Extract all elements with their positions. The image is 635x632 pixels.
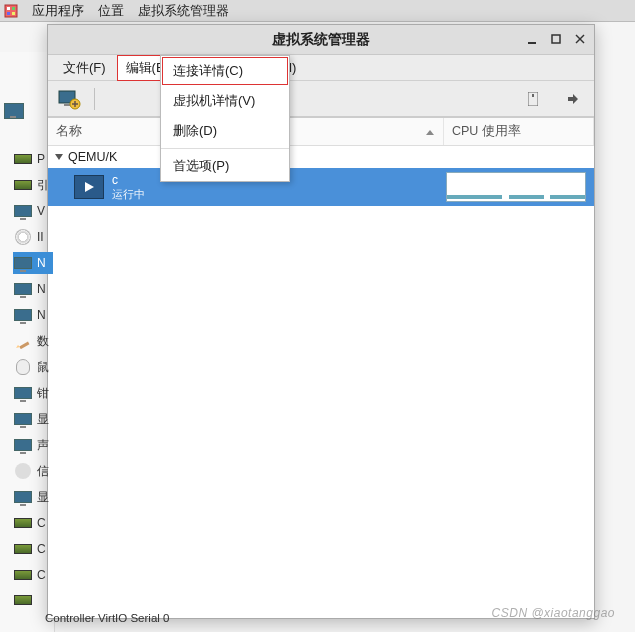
list-item[interactable]: 信 — [13, 460, 53, 482]
sidebar-item-label: 钳 — [37, 385, 49, 402]
window-title: 虚拟系统管理器 — [272, 31, 370, 49]
disc-icon — [13, 462, 33, 480]
list-item[interactable]: 引 — [13, 174, 53, 196]
maximize-button[interactable] — [548, 31, 564, 47]
sidebar-item-label: N — [37, 256, 46, 270]
svg-rect-20 — [19, 342, 29, 349]
sidebar-item-label: P — [37, 152, 45, 166]
system-app-icon — [4, 4, 18, 18]
svg-marker-21 — [16, 345, 20, 348]
list-item[interactable]: II — [13, 226, 53, 248]
vm-name: c — [112, 173, 145, 187]
svg-marker-18 — [55, 154, 63, 160]
sidebar-item-label: 信 — [37, 463, 49, 480]
vm-details-item[interactable]: 虚拟机详情(V) — [161, 86, 289, 116]
list-item[interactable]: N — [13, 278, 53, 300]
menubar: 文件(F) 编辑(E) 查看(V) 帮助(H) — [48, 55, 594, 81]
list-item[interactable]: N — [13, 252, 53, 274]
toolbar-separator — [94, 88, 95, 110]
delete-item[interactable]: 删除(D) — [161, 116, 289, 146]
vm-state: 运行中 — [112, 188, 145, 201]
column-headers: 名称 CPU 使用率 — [48, 118, 594, 146]
sidebar-item-label: 数 — [37, 333, 49, 350]
vm-row[interactable]: c 运行中 — [48, 168, 594, 206]
svg-rect-6 — [552, 35, 560, 43]
list-item[interactable]: V — [13, 200, 53, 222]
name-column-label: 名称 — [56, 123, 82, 140]
chip-icon — [13, 150, 33, 168]
list-item[interactable]: C — [13, 512, 53, 534]
sidebar-item-label: V — [37, 204, 45, 218]
svg-marker-17 — [426, 130, 434, 135]
close-button[interactable] — [572, 31, 588, 47]
sort-indicator-icon — [425, 127, 435, 137]
svg-marker-16 — [568, 94, 578, 104]
connection-label: QEMU/K — [68, 150, 117, 164]
watermark: CSDN @xiaotanggao — [492, 606, 615, 620]
dropdown-separator — [161, 148, 289, 149]
connection-row[interactable]: QEMU/K — [48, 146, 594, 168]
preferences-item[interactable]: 首选项(P) — [161, 151, 289, 181]
file-menu[interactable]: 文件(F) — [54, 55, 115, 81]
collapse-icon[interactable] — [54, 152, 64, 162]
monitor-icon — [4, 102, 24, 120]
pencil-icon — [13, 332, 33, 350]
cpu-usage-sparkline — [446, 172, 586, 202]
sidebar-item-label: N — [37, 308, 46, 322]
run-button[interactable] — [518, 85, 548, 113]
list-item[interactable] — [13, 590, 53, 610]
list-item[interactable]: P — [13, 148, 53, 170]
monitor-icon — [13, 488, 33, 506]
desktop-menubar: 应用程序 位置 虚拟系统管理器 — [0, 0, 635, 22]
list-item[interactable]: C — [13, 564, 53, 586]
controller-serial-label: Controller VirtIO Serial 0 — [45, 612, 169, 624]
edit-dropdown: 连接详情(C) 虚拟机详情(V) 删除(D) 首选项(P) — [160, 55, 290, 182]
list-item[interactable]: 显 — [13, 408, 53, 430]
monitor-icon — [13, 436, 33, 454]
list-item[interactable]: C — [13, 538, 53, 560]
new-vm-button[interactable] — [54, 85, 84, 113]
monitor-icon — [13, 254, 33, 272]
sidebar-item-label: 显 — [37, 489, 49, 506]
list-item[interactable]: 鼠 — [13, 356, 53, 378]
sidebar-item-label: 鼠 — [37, 359, 49, 376]
cpu-column-header[interactable]: CPU 使用率 — [444, 118, 594, 145]
svg-rect-10 — [64, 104, 70, 106]
pause-button[interactable] — [558, 85, 588, 113]
titlebar: 虚拟系统管理器 — [48, 25, 594, 55]
monitor-icon — [13, 410, 33, 428]
list-item[interactable]: 显 — [13, 486, 53, 508]
virt-manager-window: 虚拟系统管理器 文件(F) 编辑(E) 查看(V) 帮助(H) 名称 — [47, 24, 595, 619]
disc-icon — [13, 228, 33, 246]
places-menu[interactable]: 位置 — [98, 2, 124, 20]
applications-menu[interactable]: 应用程序 — [32, 2, 84, 20]
chip-icon — [13, 514, 33, 532]
cpu-column-label: CPU 使用率 — [452, 123, 521, 140]
list-item[interactable]: N — [13, 304, 53, 326]
chip-icon — [13, 566, 33, 584]
toolbar — [48, 81, 594, 117]
vmm-menu[interactable]: 虚拟系统管理器 — [138, 2, 229, 20]
svg-rect-3 — [7, 12, 10, 15]
sidebar-item-label: C — [37, 516, 46, 530]
list-item[interactable]: 声 — [13, 434, 53, 456]
sidebar-item-label: II — [37, 230, 44, 244]
connection-details-item[interactable]: 连接详情(C) — [161, 56, 289, 86]
chip-icon — [13, 176, 33, 194]
monitor-icon — [13, 384, 33, 402]
svg-rect-2 — [12, 7, 15, 10]
svg-rect-1 — [7, 7, 10, 10]
sidebar-item-label: 声 — [37, 437, 49, 454]
sidebar-item-label: N — [37, 282, 46, 296]
svg-rect-15 — [532, 94, 534, 97]
monitor-icon — [13, 280, 33, 298]
list-item[interactable]: 钳 — [13, 382, 53, 404]
list-item[interactable]: 数 — [13, 330, 53, 352]
minimize-button[interactable] — [524, 31, 540, 47]
chip-icon — [13, 591, 33, 609]
monitor-icon — [13, 306, 33, 324]
chip-icon — [13, 540, 33, 558]
sidebar-item-label: C — [37, 568, 46, 582]
sidebar-item-label: 显 — [37, 411, 49, 428]
sidebar-item-label: C — [37, 542, 46, 556]
